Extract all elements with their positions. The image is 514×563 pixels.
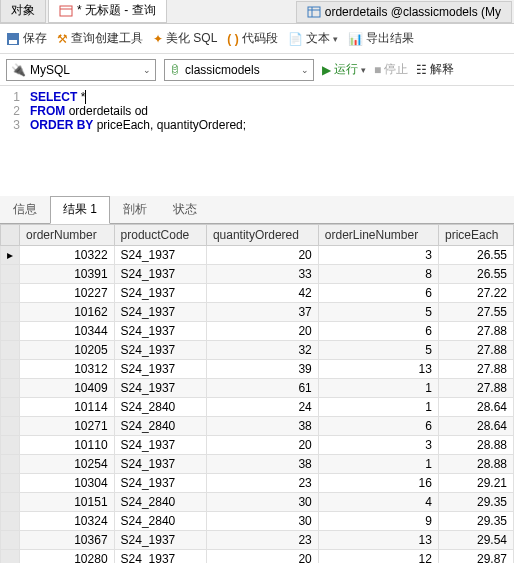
cell[interactable]: 23 xyxy=(206,474,318,493)
cell[interactable]: 20 xyxy=(206,550,318,564)
beautify-button[interactable]: ✦美化 SQL xyxy=(153,30,217,47)
cell[interactable]: 6 xyxy=(318,284,438,303)
driver-combo[interactable]: 🔌MySQL ⌄ xyxy=(6,59,156,81)
cell[interactable]: 12 xyxy=(318,550,438,564)
cell[interactable]: 29.21 xyxy=(438,474,513,493)
table-row[interactable]: 10312S24_1937391327.88 xyxy=(1,360,514,379)
column-header[interactable]: productCode xyxy=(114,225,206,246)
table-row[interactable]: 10205S24_193732527.88 xyxy=(1,341,514,360)
cell[interactable]: 29.35 xyxy=(438,493,513,512)
cell[interactable]: 3 xyxy=(318,436,438,455)
column-header[interactable]: orderLineNumber xyxy=(318,225,438,246)
cell[interactable]: 61 xyxy=(206,379,318,398)
cell[interactable]: 20 xyxy=(206,436,318,455)
tab-profile[interactable]: 剖析 xyxy=(110,196,160,223)
cell[interactable]: S24_1937 xyxy=(114,474,206,493)
column-header[interactable]: quantityOrdered xyxy=(206,225,318,246)
cell[interactable]: 10162 xyxy=(20,303,115,322)
cell[interactable]: S24_1937 xyxy=(114,284,206,303)
cell[interactable]: S24_1937 xyxy=(114,341,206,360)
database-combo[interactable]: 🛢classicmodels ⌄ xyxy=(164,59,314,81)
column-header[interactable]: orderNumber xyxy=(20,225,115,246)
cell[interactable]: S24_1937 xyxy=(114,531,206,550)
cell[interactable]: 10151 xyxy=(20,493,115,512)
table-row[interactable]: 10304S24_1937231629.21 xyxy=(1,474,514,493)
table-row[interactable]: 10271S24_284038628.64 xyxy=(1,417,514,436)
cell[interactable]: 29.35 xyxy=(438,512,513,531)
export-button[interactable]: 📊导出结果 xyxy=(348,30,414,47)
cell[interactable]: 30 xyxy=(206,512,318,531)
cell[interactable]: 39 xyxy=(206,360,318,379)
cell[interactable]: 28.88 xyxy=(438,436,513,455)
stop-button[interactable]: ■停止 xyxy=(374,61,408,78)
cell[interactable]: 24 xyxy=(206,398,318,417)
text-button[interactable]: 📄文本▾ xyxy=(288,30,338,47)
cell[interactable]: 10304 xyxy=(20,474,115,493)
table-row[interactable]: 10254S24_193738128.88 xyxy=(1,455,514,474)
cell[interactable]: 9 xyxy=(318,512,438,531)
tab-orderdetails[interactable]: orderdetails @classicmodels (My xyxy=(296,1,512,23)
cell[interactable]: S24_1937 xyxy=(114,303,206,322)
cell[interactable]: S24_2840 xyxy=(114,512,206,531)
cell[interactable]: 10367 xyxy=(20,531,115,550)
table-row[interactable]: 10391S24_193733826.55 xyxy=(1,265,514,284)
cell[interactable]: 16 xyxy=(318,474,438,493)
cell[interactable]: 5 xyxy=(318,341,438,360)
cell[interactable]: 10344 xyxy=(20,322,115,341)
cell[interactable]: 10254 xyxy=(20,455,115,474)
tab-result[interactable]: 结果 1 xyxy=(50,196,110,224)
query-builder-button[interactable]: ⚒查询创建工具 xyxy=(57,30,143,47)
cell[interactable]: 6 xyxy=(318,322,438,341)
column-header[interactable]: priceEach xyxy=(438,225,513,246)
cell[interactable]: 26.55 xyxy=(438,265,513,284)
cell[interactable]: S24_1937 xyxy=(114,322,206,341)
cell[interactable]: S24_2840 xyxy=(114,417,206,436)
cell[interactable]: 10322 xyxy=(20,246,115,265)
cell[interactable]: S24_1937 xyxy=(114,550,206,564)
table-row[interactable]: 10344S24_193720627.88 xyxy=(1,322,514,341)
cell[interactable]: S24_1937 xyxy=(114,379,206,398)
cell[interactable]: 42 xyxy=(206,284,318,303)
cell[interactable]: 29.87 xyxy=(438,550,513,564)
cell[interactable]: S24_2840 xyxy=(114,493,206,512)
table-row[interactable]: 10409S24_193761127.88 xyxy=(1,379,514,398)
cell[interactable]: 10312 xyxy=(20,360,115,379)
cell[interactable]: S24_1937 xyxy=(114,246,206,265)
cell[interactable]: 27.22 xyxy=(438,284,513,303)
cell[interactable]: 38 xyxy=(206,417,318,436)
sql-editor[interactable]: 1SELECT * 2FROM orderdetails od 3ORDER B… xyxy=(0,86,514,156)
cell[interactable]: S24_1937 xyxy=(114,455,206,474)
cell[interactable]: 10114 xyxy=(20,398,115,417)
tab-objects[interactable]: 对象 xyxy=(0,0,46,23)
cell[interactable]: 1 xyxy=(318,379,438,398)
cell[interactable]: 10324 xyxy=(20,512,115,531)
table-row[interactable]: 10227S24_193742627.22 xyxy=(1,284,514,303)
cell[interactable]: 1 xyxy=(318,455,438,474)
save-button[interactable]: 保存 xyxy=(6,30,47,47)
cell[interactable]: 10205 xyxy=(20,341,115,360)
cell[interactable]: 4 xyxy=(318,493,438,512)
cell[interactable]: 30 xyxy=(206,493,318,512)
explain-button[interactable]: ☷解释 xyxy=(416,61,454,78)
cell[interactable]: 10110 xyxy=(20,436,115,455)
cell[interactable]: 13 xyxy=(318,360,438,379)
cell[interactable]: 38 xyxy=(206,455,318,474)
table-row[interactable]: 10114S24_284024128.64 xyxy=(1,398,514,417)
table-row[interactable]: 10162S24_193737527.55 xyxy=(1,303,514,322)
table-row[interactable]: 10280S24_1937201229.87 xyxy=(1,550,514,564)
tab-info[interactable]: 信息 xyxy=(0,196,50,223)
cell[interactable]: 27.88 xyxy=(438,379,513,398)
cell[interactable]: 13 xyxy=(318,531,438,550)
cell[interactable]: 6 xyxy=(318,417,438,436)
cell[interactable]: 27.88 xyxy=(438,360,513,379)
cell[interactable]: 20 xyxy=(206,322,318,341)
cell[interactable]: S24_1937 xyxy=(114,265,206,284)
table-row[interactable]: 10324S24_284030929.35 xyxy=(1,512,514,531)
snippets-button[interactable]: ( )代码段 xyxy=(227,30,277,47)
cell[interactable]: 8 xyxy=(318,265,438,284)
cell[interactable]: S24_1937 xyxy=(114,436,206,455)
cell[interactable]: 28.64 xyxy=(438,398,513,417)
cell[interactable]: 27.88 xyxy=(438,341,513,360)
cell[interactable]: 37 xyxy=(206,303,318,322)
table-row[interactable]: 10367S24_1937231329.54 xyxy=(1,531,514,550)
